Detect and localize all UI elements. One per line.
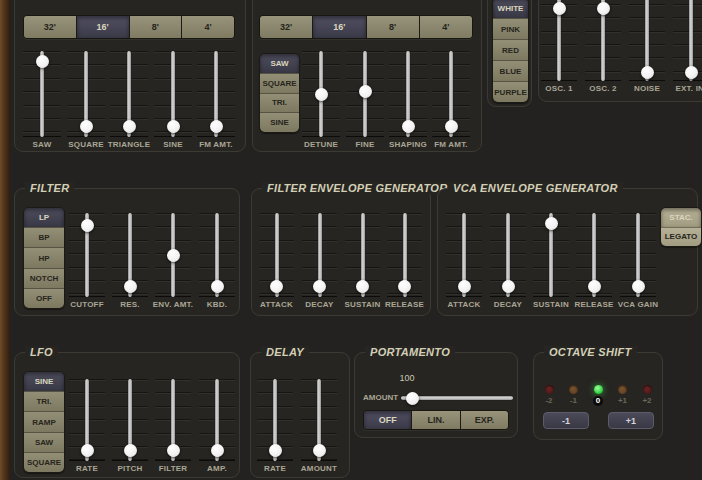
slider-knob[interactable] xyxy=(402,120,415,133)
slider-track[interactable] xyxy=(66,379,108,461)
slider-track[interactable] xyxy=(342,213,383,297)
noise-option-white[interactable]: WHITE xyxy=(493,0,528,18)
noise-option-purple[interactable]: PURPLE xyxy=(493,81,528,102)
slider-knob[interactable] xyxy=(124,280,137,293)
slider-knob[interactable] xyxy=(81,444,94,457)
slider-track[interactable] xyxy=(196,379,238,461)
slider-knob[interactable] xyxy=(124,444,137,457)
portamento-mode-lin[interactable]: LIN. xyxy=(411,411,459,429)
slider-track[interactable] xyxy=(254,379,296,461)
slider-track[interactable] xyxy=(343,51,387,137)
waveform-option-saw[interactable]: SAW xyxy=(260,54,299,73)
slider-knob[interactable] xyxy=(641,66,654,79)
slider-track[interactable] xyxy=(530,213,572,297)
slider-track[interactable] xyxy=(109,213,151,297)
slider-track[interactable] xyxy=(299,51,343,137)
slider-track[interactable] xyxy=(109,379,151,461)
slider-knob[interactable] xyxy=(167,120,180,133)
lfo-option-square[interactable]: SQUARE xyxy=(24,452,64,472)
slider-track[interactable] xyxy=(670,0,702,81)
slider-knob[interactable] xyxy=(210,120,223,133)
octave-down-button[interactable]: -1 xyxy=(543,412,589,429)
slider-track[interactable] xyxy=(107,51,151,137)
filter-mode-hp[interactable]: HP xyxy=(24,247,64,267)
slider-knob[interactable] xyxy=(36,55,49,68)
slider-knob[interactable] xyxy=(315,88,328,101)
slider-track[interactable] xyxy=(538,0,580,81)
slider-knob[interactable] xyxy=(632,280,645,293)
range-option-16[interactable]: 16' xyxy=(312,16,365,38)
slider-track[interactable] xyxy=(64,51,108,137)
slider-knob[interactable] xyxy=(597,2,610,15)
slider-track[interactable] xyxy=(582,0,624,81)
slider-knob[interactable] xyxy=(269,444,282,457)
slider-knob[interactable] xyxy=(359,85,372,98)
noise-option-blue[interactable]: BLUE xyxy=(493,60,528,81)
filter-mode-bp[interactable]: BP xyxy=(24,227,64,247)
slider-track[interactable] xyxy=(151,51,195,137)
lfo-option-saw[interactable]: SAW xyxy=(24,432,64,452)
slider-track[interactable] xyxy=(573,213,615,297)
filter-mode-notch[interactable]: NOTCH xyxy=(24,268,64,288)
slider-track[interactable] xyxy=(256,213,297,297)
slider-track[interactable] xyxy=(152,379,194,461)
slider-knob[interactable] xyxy=(553,2,566,15)
octave-up-button[interactable]: +1 xyxy=(608,412,654,429)
slider-track[interactable] xyxy=(152,213,194,297)
filter-mode-off[interactable]: OFF xyxy=(24,288,64,308)
slider-knob[interactable] xyxy=(502,280,515,293)
slider-track[interactable] xyxy=(626,0,668,81)
slider-knob[interactable] xyxy=(406,392,419,405)
range-option-8[interactable]: 8' xyxy=(366,16,419,38)
slider-track[interactable] xyxy=(487,213,529,297)
slider-knob[interactable] xyxy=(123,120,136,133)
range-option-32[interactable]: 32' xyxy=(260,16,312,38)
slider-track[interactable] xyxy=(20,51,64,137)
slider-knob[interactable] xyxy=(211,280,224,293)
range-option-4[interactable]: 4' xyxy=(181,16,234,38)
slider-track[interactable] xyxy=(194,51,238,137)
noise-option-pink[interactable]: PINK xyxy=(493,18,528,39)
slider-track[interactable] xyxy=(384,213,425,297)
slider-knob[interactable] xyxy=(270,280,283,293)
portamento-mode-exp[interactable]: EXP. xyxy=(460,411,508,429)
slider-knob[interactable] xyxy=(685,66,698,79)
slider-knob[interactable] xyxy=(545,217,558,230)
slider-track[interactable] xyxy=(386,51,430,137)
slider-knob[interactable] xyxy=(588,280,601,293)
slider-knob[interactable] xyxy=(167,444,180,457)
vca-mode-legato[interactable]: LEGATO xyxy=(661,227,701,247)
slider-knob[interactable] xyxy=(80,120,93,133)
waveform-option-square[interactable]: SQUARE xyxy=(260,73,299,93)
slider-track[interactable] xyxy=(196,213,238,297)
slider-track[interactable] xyxy=(443,213,485,297)
slider-track[interactable] xyxy=(66,213,108,297)
slider-track[interactable] xyxy=(617,213,659,297)
slider-track[interactable] xyxy=(429,51,473,137)
noise-option-red[interactable]: RED xyxy=(493,39,528,60)
range-option-32[interactable]: 32' xyxy=(24,16,76,38)
slider-knob[interactable] xyxy=(211,444,224,457)
vca-mode-stac[interactable]: STAC. xyxy=(661,208,701,227)
slider-track[interactable] xyxy=(298,379,340,461)
filter-mode-lp[interactable]: LP xyxy=(24,208,64,227)
slider-track[interactable] xyxy=(299,213,340,297)
waveform-option-sine[interactable]: SINE xyxy=(260,112,299,132)
slider-knob[interactable] xyxy=(313,444,326,457)
lfo-option-ramp[interactable]: RAMP xyxy=(24,411,64,431)
slider-knob[interactable] xyxy=(445,120,458,133)
slider-knob[interactable] xyxy=(458,280,471,293)
range-option-8[interactable]: 8' xyxy=(129,16,182,38)
range-option-4[interactable]: 4' xyxy=(419,16,472,38)
slider-knob[interactable] xyxy=(313,280,326,293)
portamento-slider[interactable] xyxy=(401,391,513,405)
slider-knob[interactable] xyxy=(398,280,411,293)
lfo-option-tri[interactable]: TRI. xyxy=(24,391,64,411)
lfo-option-sine[interactable]: SINE xyxy=(24,372,64,391)
slider-knob[interactable] xyxy=(356,280,369,293)
portamento-mode-off[interactable]: OFF xyxy=(364,411,411,429)
slider-knob[interactable] xyxy=(167,249,180,262)
range-option-16[interactable]: 16' xyxy=(76,16,129,38)
slider-knob[interactable] xyxy=(81,219,94,232)
waveform-option-tri[interactable]: TRI. xyxy=(260,93,299,113)
